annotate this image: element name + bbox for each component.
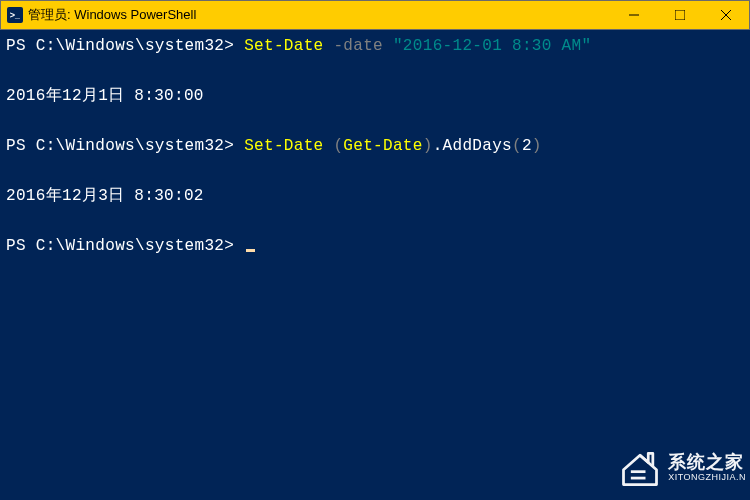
prompt: PS C:\Windows\system32> bbox=[6, 137, 244, 155]
watermark-title: 系统之家 bbox=[668, 453, 746, 473]
terminal-body[interactable]: PS C:\Windows\system32> Set-Date -date "… bbox=[0, 30, 750, 264]
paren-open: ( bbox=[512, 137, 522, 155]
output-line-2: 2016年12月3日 8:30:02 bbox=[6, 184, 744, 208]
blank-line bbox=[6, 60, 744, 84]
command-line-1: PS C:\Windows\system32> Set-Date -date "… bbox=[6, 34, 744, 58]
arg: 2 bbox=[522, 137, 532, 155]
maximize-button[interactable] bbox=[657, 1, 703, 29]
prompt: PS C:\Windows\system32> bbox=[6, 37, 244, 55]
space bbox=[324, 137, 334, 155]
paren-close: ) bbox=[532, 137, 542, 155]
cmdlet: Set-Date bbox=[244, 37, 323, 55]
close-icon bbox=[721, 10, 731, 20]
paren-close: ) bbox=[423, 137, 433, 155]
window-controls bbox=[611, 1, 749, 29]
prompt-line-current: PS C:\Windows\system32> bbox=[6, 234, 744, 258]
method-call: .AddDays bbox=[433, 137, 512, 155]
cmdlet: Get-Date bbox=[343, 137, 422, 155]
string-literal: "2016-12-01 8:30 AM" bbox=[393, 37, 591, 55]
title-left: >_ 管理员: Windows PowerShell bbox=[7, 6, 196, 24]
watermark-text: 系统之家 XITONGZHIJIA.N bbox=[668, 453, 746, 483]
blank-line bbox=[6, 210, 744, 234]
cmdlet: Set-Date bbox=[244, 137, 323, 155]
blank-line bbox=[6, 110, 744, 134]
house-icon bbox=[618, 446, 662, 490]
watermark: 系统之家 XITONGZHIJIA.N bbox=[618, 446, 746, 490]
window-title: 管理员: Windows PowerShell bbox=[28, 6, 196, 24]
prompt: PS C:\Windows\system32> bbox=[6, 237, 244, 255]
output-line-1: 2016年12月1日 8:30:00 bbox=[6, 84, 744, 108]
titlebar: >_ 管理员: Windows PowerShell bbox=[0, 0, 750, 30]
cursor-icon bbox=[246, 249, 255, 252]
command-line-2: PS C:\Windows\system32> Set-Date (Get-Da… bbox=[6, 134, 744, 158]
blank-line bbox=[6, 160, 744, 184]
maximize-icon bbox=[675, 10, 685, 20]
paren-open: ( bbox=[333, 137, 343, 155]
close-button[interactable] bbox=[703, 1, 749, 29]
watermark-url: XITONGZHIJIA.N bbox=[668, 473, 746, 483]
parameter: -date bbox=[324, 37, 393, 55]
svg-rect-1 bbox=[675, 10, 685, 20]
minimize-button[interactable] bbox=[611, 1, 657, 29]
powershell-icon: >_ bbox=[7, 7, 23, 23]
minimize-icon bbox=[629, 10, 639, 20]
